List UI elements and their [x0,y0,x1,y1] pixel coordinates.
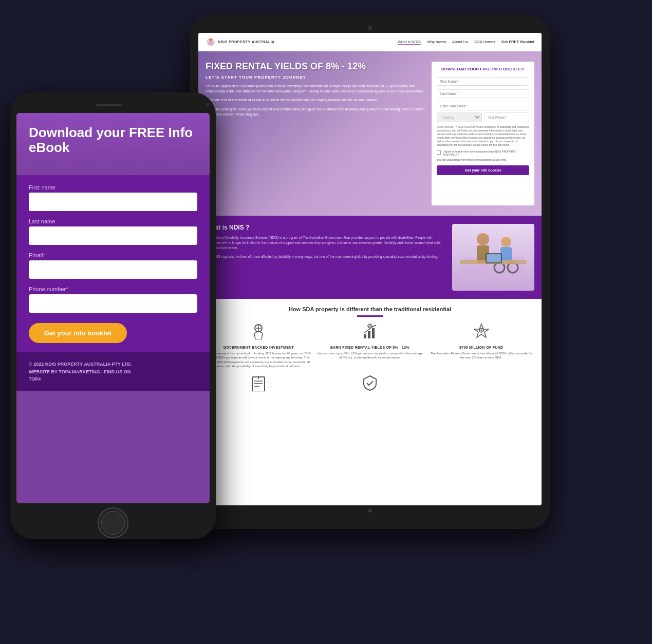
ndis-text: What is NDIS ? The National Disability I… [206,224,446,263]
nav-link-ndis[interactable]: What is NDIS [398,40,421,45]
sda-item-body-2: The Australian Federal Government has al… [428,351,534,360]
ndis-body-2: The NDIS supports the lives of those aff… [206,254,446,259]
phone-footer-line3: TOP4 [29,375,197,383]
svg-rect-15 [364,334,366,338]
sda-item-body-1: You can earn up to 8% - 12% per annum ne… [317,351,423,360]
ndis-image [452,224,534,291]
phone-phone-input[interactable] [29,294,197,313]
hero-title: FIXED RENTAL YIELDS OF 8% - 12% [206,62,426,72]
sda-title: How SDA property is different than the t… [206,306,534,312]
phone-last-name-input[interactable] [29,226,197,245]
phone-first-name-input[interactable] [29,193,197,211]
tablet-home-button[interactable] [368,508,372,513]
phone-last-name-label: Last name [29,218,197,224]
sda-item-2: $700 MILLION OF FUND The Australian Fede… [428,323,534,369]
ndis-image-placeholder [452,224,534,291]
nav-links: What is NDIS Why Invest About Us SDA Hom… [398,40,534,45]
nav-link-sda[interactable]: SDA Homes [474,40,495,45]
hero-body-1: The NDIS approach to SDA funding has bee… [206,84,426,94]
phone-footer-line2: WEBSITE BY TOP4 MARKETING | FIND US ON [29,368,197,375]
phone-phone-label: Phone number* [29,286,197,292]
svg-point-1 [209,38,212,41]
sda-item-title-2: $700 MILLION OF FUND [428,346,534,349]
tablet-camera [368,26,372,30]
consent-checkbox[interactable] [437,150,441,155]
ndis-body-1: The National Disability Insurance Scheme… [206,235,446,250]
hero-form: DOWNLOAD YOUR FREE INFO BOOKLET! Country… [432,62,534,205]
tablet-device: NDIS PROPERTY AUSTRALIA What is NDIS Why… [190,15,550,529]
svg-rect-17 [372,328,375,338]
phone-top-bar [16,100,210,110]
phone-screen: Download your FREE Info eBook First name… [16,113,210,503]
nav-link-invest[interactable]: Why Invest [427,40,446,45]
phone-footer-line1: © 2022 NDIS PROPERTY AUSTRALIA PTY LTD. [29,361,197,368]
hero-subtitle: LET'S START YOUR PROPERTY JOURNEY [206,75,426,80]
svg-rect-16 [368,331,370,338]
first-name-input[interactable] [437,77,529,86]
sda-bottom-icons [206,375,534,394]
sda-item-0: GOVERNMENT BACKED INVESTMENT The governm… [206,323,312,369]
hero-body-2: There are tens of thousands of people in… [206,98,426,103]
phone-footer: © 2022 NDIS PROPERTY AUSTRALIA PTY LTD. … [16,352,210,391]
sda-icon-1 [317,323,423,343]
svg-point-5 [501,237,511,247]
sda-item-body-0: The government has committed to funding … [206,351,312,369]
nav-link-booklet[interactable]: Get FREE Booklet [501,40,534,45]
form-submit-button[interactable]: Get your Info booklet [437,165,529,175]
ndis-heading: What is NDIS ? [206,224,446,231]
phone-first-name-label: First name [29,184,197,191]
phone-form-button[interactable]: Get your info booklet [29,323,127,343]
phone-hero: Download your FREE Info eBook [16,113,210,175]
sda-bottom-icon-0 [206,375,312,394]
phone-device: Download your FREE Info eBook First name… [10,92,216,539]
phone-speaker [96,104,122,106]
phone-form-section: First name Last name Email* Phone number… [16,175,210,352]
tablet-hero: FIXED RENTAL YIELDS OF 8% - 12% LET'S ST… [198,51,542,216]
phone-home-button[interactable] [98,507,128,538]
country-select[interactable]: Country [437,112,482,122]
brand-logo: NDIS PROPERTY AUSTRALIA [206,37,275,47]
svg-rect-24 [252,377,265,391]
sda-icon-0 [206,323,312,343]
sda-divider [357,315,383,317]
sda-bottom-icon-spacer [428,375,534,394]
sda-grid: GOVERNMENT BACKED INVESTMENT The governm… [206,323,534,369]
phone-camera [206,103,210,107]
nav-link-about[interactable]: About Us [452,40,468,45]
hero-left-content: FIXED RENTAL YIELDS OF 8% - 12% LET'S ST… [206,62,426,205]
sda-item-title-1: EARN FIXED RENTAL YIELDS OF 8% - 12% [317,346,423,349]
consent-row: I agree to receive other communications … [437,150,529,156]
sda-bottom-icon-1 [317,375,423,394]
unsubscribe-text: You can unsubscribe from these communica… [437,158,529,161]
phone-input[interactable] [484,112,529,122]
last-name-input[interactable] [437,89,529,98]
sda-item-1: EARN FIXED RENTAL YIELDS OF 8% - 12% You… [317,323,423,369]
svg-rect-11 [487,254,501,262]
phone-hero-title: Download your FREE Info eBook [29,125,197,155]
sda-icon-2 [428,323,534,343]
phone-email-input[interactable] [29,260,197,279]
svg-point-3 [477,233,489,245]
ndis-section: What is NDIS ? The National Disability I… [198,216,542,299]
privacy-text: NDIS PROPERTY AUSTRALIA Pty Ltd is commi… [437,125,529,147]
consent-label: I agree to receive other communications … [443,150,529,156]
form-title: DOWNLOAD YOUR FREE INFO BOOKLET! [437,67,529,71]
svg-rect-6 [500,247,512,261]
sda-section: How SDA property is different than the t… [198,299,542,402]
tablet-nav: NDIS PROPERTY AUSTRALIA What is NDIS Why… [198,33,542,51]
sda-item-title-0: GOVERNMENT BACKED INVESTMENT [206,346,312,349]
phone-home-inner [101,511,125,535]
phone-email-label: Email* [29,252,197,258]
email-input[interactable] [437,102,529,110]
brand-name: NDIS PROPERTY AUSTRALIA [218,40,275,44]
hero-body-3: The NDIS funding for SDA (Specialist Dis… [206,107,426,117]
tablet-screen: NDIS PROPERTY AUSTRALIA What is NDIS Why… [198,33,542,505]
